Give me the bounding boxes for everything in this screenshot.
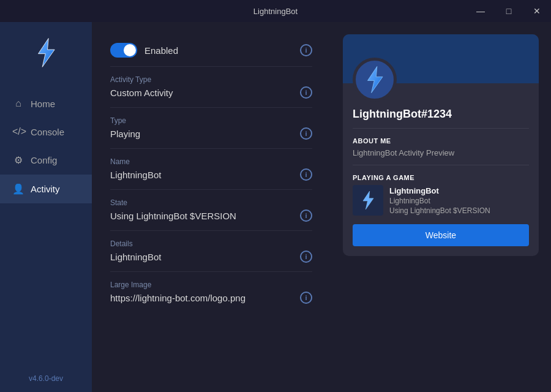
sidebar-item-config[interactable]: ⚙ Config xyxy=(0,146,92,175)
field-label-type: Type xyxy=(110,116,312,125)
activity-type-info-button[interactable]: i xyxy=(300,86,312,99)
field-value-type: Playing xyxy=(110,129,140,139)
playing-label: PLAYING A GAME xyxy=(353,174,529,181)
large-image-info-button[interactable]: i xyxy=(300,292,312,304)
maximize-button[interactable]: □ xyxy=(495,0,523,22)
details-info-button[interactable]: i xyxy=(300,251,312,263)
svg-marker-1 xyxy=(368,67,383,93)
activity-game-icon xyxy=(353,185,383,216)
sidebar-item-activity[interactable]: 👤 Activity xyxy=(0,175,92,203)
field-label-details: Details xyxy=(110,239,312,248)
field-state: State Using LightningBot $VERSION i xyxy=(110,190,312,231)
field-details: Details LightningBot i xyxy=(110,231,312,272)
sidebar: ⌂ Home </> Console ⚙ Config 👤 Activity v… xyxy=(0,22,92,392)
card-username: LightningBot#1234 xyxy=(353,108,529,129)
activity-name: LightningBot xyxy=(389,186,490,195)
sidebar-item-label-config: Config xyxy=(31,155,57,165)
field-row-name: LightningBot i xyxy=(110,168,312,181)
enabled-field: Enabled i xyxy=(110,34,312,67)
field-label-large-image: Large Image xyxy=(110,281,312,289)
minimize-button[interactable]: — xyxy=(467,0,495,22)
field-row-large-image: https://lightning-bot.com/logo.png i xyxy=(110,292,312,304)
window-controls: — □ ✕ xyxy=(467,0,551,22)
field-row-details: LightningBot i xyxy=(110,251,312,263)
field-row-state: Using LightningBot $VERSION i xyxy=(110,209,312,222)
config-icon: ⚙ xyxy=(12,154,24,166)
field-value-details: LightningBot xyxy=(110,252,161,262)
field-label-state: State xyxy=(110,198,312,207)
sidebar-item-label-activity: Activity xyxy=(31,184,60,194)
home-icon: ⌂ xyxy=(12,98,24,109)
toggle-knob xyxy=(124,44,136,56)
field-name: Name LightningBot i xyxy=(110,149,312,190)
field-value-large-image: https://lightning-bot.com/logo.png xyxy=(110,293,246,303)
field-row-type: Playing i xyxy=(110,127,312,140)
website-button[interactable]: Website xyxy=(353,224,529,246)
activity-details: LightningBot LightningBot Using Lightnin… xyxy=(389,186,490,215)
svg-marker-0 xyxy=(39,39,55,67)
toggle-left: Enabled xyxy=(110,43,178,58)
activity-lightning-icon xyxy=(358,190,378,210)
state-info-button[interactable]: i xyxy=(300,209,312,222)
field-label-activity-type: Activity Type xyxy=(110,75,312,84)
sidebar-nav: ⌂ Home </> Console ⚙ Config 👤 Activity xyxy=(0,89,92,203)
enabled-info-button[interactable]: i xyxy=(300,44,312,56)
name-info-button[interactable]: i xyxy=(300,168,312,181)
sidebar-item-label-console: Console xyxy=(31,127,64,137)
title-bar: LightningBot — □ ✕ xyxy=(0,0,551,22)
activity-line1: LightningBot xyxy=(389,197,490,205)
field-row-activity-type: Custom Activity i xyxy=(110,86,312,99)
main-content: Enabled i Activity Type Custom Activity … xyxy=(92,22,331,392)
card-banner xyxy=(343,34,539,83)
sidebar-item-console[interactable]: </> Console xyxy=(0,118,92,146)
console-icon: </> xyxy=(12,126,24,137)
field-type: Type Playing i xyxy=(110,108,312,149)
discord-card: LightningBot#1234 ABOUT ME LightningBot … xyxy=(343,34,539,256)
sidebar-logo xyxy=(21,28,70,77)
activity-line2: Using LightningBot $VERSION xyxy=(389,206,490,215)
sidebar-item-home[interactable]: ⌂ Home xyxy=(0,89,92,118)
field-label-name: Name xyxy=(110,157,312,166)
type-info-button[interactable]: i xyxy=(300,127,312,140)
svg-marker-2 xyxy=(363,191,373,209)
card-avatar xyxy=(353,58,397,102)
field-value-state: Using LightningBot $VERSION xyxy=(110,211,236,221)
preview-panel: LightningBot#1234 ABOUT ME LightningBot … xyxy=(331,22,551,392)
field-large-image: Large Image https://lightning-bot.com/lo… xyxy=(110,272,312,312)
sidebar-item-label-home: Home xyxy=(31,99,55,109)
avatar-icon xyxy=(361,66,389,94)
enabled-label: Enabled xyxy=(144,45,178,56)
app-body: ⌂ Home </> Console ⚙ Config 👤 Activity v… xyxy=(0,22,551,392)
about-me-label: ABOUT ME xyxy=(353,137,529,145)
activity-icon: 👤 xyxy=(12,183,24,195)
card-activity: LightningBot LightningBot Using Lightnin… xyxy=(353,185,529,216)
field-value-activity-type: Custom Activity xyxy=(110,88,173,98)
card-body: LightningBot#1234 ABOUT ME LightningBot … xyxy=(343,83,539,256)
field-value-name: LightningBot xyxy=(110,170,161,180)
field-activity-type: Activity Type Custom Activity i xyxy=(110,67,312,108)
about-me-text: LightningBot Activity Preview xyxy=(353,148,529,165)
enabled-toggle[interactable] xyxy=(110,43,137,58)
close-button[interactable]: ✕ xyxy=(523,0,551,22)
logo-icon xyxy=(31,37,61,68)
version-label: v4.6.0-dev xyxy=(20,365,72,392)
app-title: LightningBot xyxy=(253,7,298,16)
